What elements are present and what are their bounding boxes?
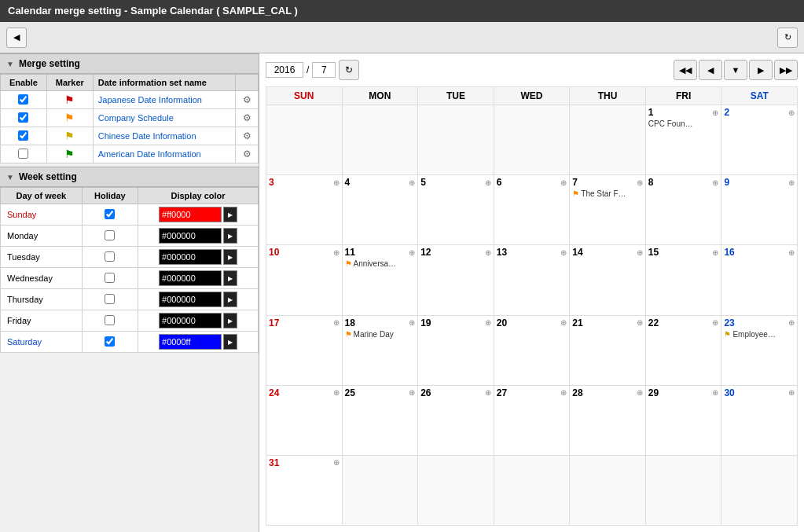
merge-date-info-name[interactable]: Chinese Date Information bbox=[93, 127, 235, 145]
cal-add-event-icon[interactable]: ⊕ bbox=[712, 178, 718, 187]
calendar-event[interactable]: ⚑Marine Day bbox=[345, 330, 416, 339]
merge-setting-header[interactable]: ▼ Merge setting bbox=[0, 53, 259, 74]
cal-add-event-icon[interactable]: ⊕ bbox=[788, 248, 795, 257]
color-hex-input[interactable] bbox=[159, 313, 222, 328]
back-button[interactable]: ◀ bbox=[6, 28, 27, 48]
color-picker-button[interactable]: ▶ bbox=[223, 313, 237, 328]
merge-enable-checkbox[interactable] bbox=[18, 112, 28, 123]
merge-gear-cell: ⚙ bbox=[236, 145, 259, 163]
cal-add-event-icon[interactable]: ⊕ bbox=[637, 388, 643, 397]
color-hex-input[interactable] bbox=[159, 207, 222, 222]
week-th-color: Display color bbox=[138, 188, 259, 204]
color-picker-button[interactable]: ▶ bbox=[223, 270, 237, 286]
calendar-cell bbox=[721, 456, 798, 526]
merge-th-marker: Marker bbox=[46, 75, 93, 91]
cal-add-event-icon[interactable]: ⊕ bbox=[485, 318, 491, 327]
calendar-cell: 12⊕ bbox=[418, 245, 494, 315]
merge-settings-button[interactable]: ⚙ bbox=[243, 112, 251, 123]
cal-add-event-icon[interactable]: ⊕ bbox=[637, 318, 643, 327]
cal-add-event-icon[interactable]: ⊕ bbox=[788, 318, 795, 327]
calendar-refresh-button[interactable]: ↻ bbox=[339, 60, 359, 80]
cal-add-event-icon[interactable]: ⊕ bbox=[788, 388, 795, 397]
week-holiday-checkbox[interactable] bbox=[105, 273, 115, 283]
cal-add-event-icon[interactable]: ⊕ bbox=[560, 388, 567, 397]
color-box: ▶ bbox=[159, 228, 237, 244]
cal-add-event-icon[interactable]: ⊕ bbox=[637, 248, 643, 257]
week-table-row: Friday▶ bbox=[1, 310, 259, 332]
merge-enable-checkbox[interactable] bbox=[18, 130, 28, 141]
cal-date-number: 28 bbox=[572, 387, 582, 398]
week-holiday-checkbox[interactable] bbox=[105, 230, 115, 240]
month-input[interactable] bbox=[312, 62, 336, 78]
color-hex-input[interactable] bbox=[159, 292, 222, 307]
cal-add-event-icon[interactable]: ⊕ bbox=[788, 108, 795, 117]
calendar-event[interactable]: CPC Foun… bbox=[648, 119, 719, 128]
merge-enable-checkbox[interactable] bbox=[18, 94, 28, 105]
calendar-cell: 27⊕ bbox=[494, 386, 571, 456]
cal-add-event-icon[interactable]: ⊕ bbox=[712, 318, 718, 327]
cal-add-event-icon[interactable]: ⊕ bbox=[333, 318, 340, 327]
color-hex-input[interactable] bbox=[159, 249, 222, 265]
week-holiday-checkbox[interactable] bbox=[105, 294, 115, 304]
year-input[interactable] bbox=[266, 62, 303, 78]
merge-settings-button[interactable]: ⚙ bbox=[243, 149, 251, 160]
cal-add-event-icon[interactable]: ⊕ bbox=[409, 388, 415, 397]
cal-add-event-icon[interactable]: ⊕ bbox=[409, 318, 415, 327]
merge-settings-button[interactable]: ⚙ bbox=[243, 94, 251, 105]
color-hex-input[interactable] bbox=[159, 334, 222, 350]
cal-dropdown-button[interactable]: ▼ bbox=[724, 60, 747, 80]
week-holiday-checkbox[interactable] bbox=[105, 336, 115, 347]
color-box: ▶ bbox=[159, 334, 237, 350]
refresh-nav-button[interactable]: ↻ bbox=[777, 28, 798, 48]
week-day-name: Sunday bbox=[1, 204, 83, 226]
cal-add-event-icon[interactable]: ⊕ bbox=[637, 178, 643, 187]
merge-date-info-name[interactable]: Japanese Date Information bbox=[93, 91, 235, 109]
cal-add-event-icon[interactable]: ⊕ bbox=[712, 248, 718, 257]
color-picker-button[interactable]: ▶ bbox=[223, 228, 237, 244]
color-hex-input[interactable] bbox=[159, 228, 222, 244]
color-hex-input[interactable] bbox=[159, 270, 222, 286]
color-picker-button[interactable]: ▶ bbox=[223, 207, 237, 222]
color-box: ▶ bbox=[159, 249, 237, 265]
merge-date-info-name[interactable]: Company Schedule bbox=[93, 109, 235, 127]
calendar-cell: 28⊕ bbox=[570, 386, 646, 456]
cal-add-event-icon[interactable]: ⊕ bbox=[333, 178, 340, 187]
cal-last-button[interactable]: ▶▶ bbox=[774, 60, 798, 80]
cal-first-button[interactable]: ◀◀ bbox=[674, 60, 697, 80]
cal-add-event-icon[interactable]: ⊕ bbox=[485, 178, 491, 187]
cal-next-button[interactable]: ▶ bbox=[749, 60, 773, 80]
calendar-event[interactable]: ⚑Anniversa… bbox=[345, 259, 416, 268]
calendar-event[interactable]: ⚑Employee… bbox=[724, 330, 795, 339]
color-picker-button[interactable]: ▶ bbox=[223, 292, 237, 307]
event-flag-icon: ⚑ bbox=[572, 189, 579, 198]
week-holiday-checkbox[interactable] bbox=[105, 251, 115, 262]
merge-enable-checkbox[interactable] bbox=[18, 149, 28, 159]
calendar-event[interactable]: ⚑The Star F… bbox=[572, 189, 643, 198]
merge-marker-cell: ⚑ bbox=[46, 145, 93, 163]
cal-add-event-icon[interactable]: ⊕ bbox=[560, 248, 567, 257]
week-setting-header[interactable]: ▼ Week setting bbox=[0, 167, 259, 187]
color-picker-button[interactable]: ▶ bbox=[223, 334, 237, 350]
cal-add-event-icon[interactable]: ⊕ bbox=[712, 108, 718, 117]
cal-add-event-icon[interactable]: ⊕ bbox=[560, 318, 567, 327]
left-panel: ▼ Merge setting Enable Marker Date infor… bbox=[0, 53, 259, 532]
cal-add-event-icon[interactable]: ⊕ bbox=[788, 178, 795, 187]
cal-add-event-icon[interactable]: ⊕ bbox=[333, 388, 340, 397]
color-picker-button[interactable]: ▶ bbox=[223, 249, 237, 265]
cal-add-event-icon[interactable]: ⊕ bbox=[409, 178, 415, 187]
cal-add-event-icon[interactable]: ⊕ bbox=[485, 248, 491, 257]
cal-add-event-icon[interactable]: ⊕ bbox=[333, 458, 340, 467]
cal-add-event-icon[interactable]: ⊕ bbox=[485, 388, 491, 397]
merge-settings-button[interactable]: ⚙ bbox=[243, 130, 251, 141]
week-holiday-checkbox[interactable] bbox=[105, 315, 115, 325]
week-table-row: Sunday▶ bbox=[1, 204, 259, 226]
cal-add-event-icon[interactable]: ⊕ bbox=[560, 178, 567, 187]
cal-add-event-icon[interactable]: ⊕ bbox=[712, 388, 718, 397]
merge-date-info-name[interactable]: American Date Information bbox=[93, 145, 235, 163]
cal-add-event-icon[interactable]: ⊕ bbox=[333, 248, 340, 257]
title-bar: Calendar merge setting - Sample Calendar… bbox=[0, 0, 804, 22]
cal-prev-button[interactable]: ◀ bbox=[699, 60, 722, 80]
cal-add-event-icon[interactable]: ⊕ bbox=[409, 248, 415, 257]
cal-date-number: 27 bbox=[497, 387, 507, 398]
week-holiday-checkbox[interactable] bbox=[105, 209, 115, 219]
